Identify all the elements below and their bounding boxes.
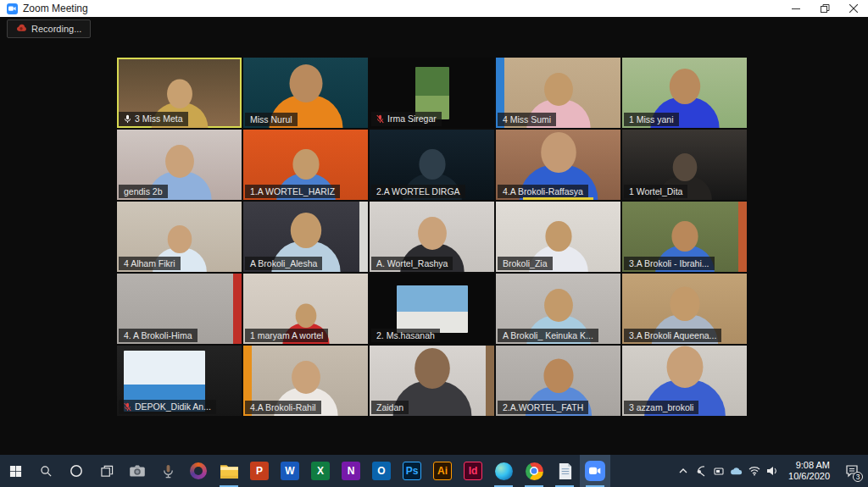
onedrive-cloud-icon[interactable] — [727, 455, 745, 487]
search-button[interactable] — [31, 455, 61, 487]
participant-name-label: 1 Wortel_Dita — [624, 185, 687, 199]
participant-name: 3.A Brokoli - Ibrahi... — [629, 259, 709, 268]
participant-name: 1 maryam A wortel — [250, 331, 323, 340]
participant-name-label: A Brokoli_ Keinuka K... — [498, 329, 598, 343]
task-view-button[interactable] — [92, 455, 122, 487]
tile-accent — [738, 202, 747, 272]
participant-tile[interactable]: 4 Miss Sumi — [496, 58, 620, 128]
action-center-button[interactable]: 3 — [837, 455, 866, 487]
participant-tile[interactable]: 1.A WORTEL_HARIZ — [243, 130, 368, 200]
app-chrome[interactable] — [519, 455, 549, 487]
participant-tile[interactable]: Zaidan — [370, 346, 494, 416]
participant-tile[interactable]: Brokoli_Zia — [496, 202, 620, 272]
participant-tile[interactable]: 4 Alham Fikri — [117, 202, 242, 272]
participant-tile[interactable]: A Brokoli_Alesha — [243, 202, 368, 272]
participant-tile[interactable]: 2. Ms.hasanah — [370, 274, 494, 344]
participant-name: Miss Nurul — [250, 115, 292, 125]
participant-tile[interactable]: 1 Miss yani — [622, 58, 747, 128]
wireless-display-icon[interactable] — [692, 455, 709, 487]
participant-name-label: 2.A.WORTEL_FATH — [498, 401, 588, 415]
app-zoom[interactable] — [580, 455, 610, 487]
app-photoshop[interactable]: Ps — [397, 455, 427, 487]
participant-tile[interactable]: DEPOK_Didik An... — [117, 346, 242, 416]
participant-name: 1.A WORTEL_HARIZ — [250, 187, 335, 196]
app-powerpoint[interactable]: P — [244, 455, 275, 487]
mic-status-icon — [376, 114, 384, 124]
restore-button[interactable] — [810, 0, 839, 17]
volume-icon[interactable] — [763, 455, 781, 487]
participant-tile[interactable]: 2.A WORTEL DIRGA — [370, 130, 494, 200]
participant-tile[interactable]: 4.A Brokoli-Rahil — [243, 346, 368, 416]
participant-tile[interactable]: 1 Wortel_Dita — [622, 130, 747, 200]
notification-badge: 3 — [853, 472, 863, 482]
participant-name-label: 3 azzam_brokoli — [624, 401, 698, 415]
participant-tile[interactable]: 4.A Brokoli-Raffasya — [496, 130, 620, 200]
app-screen-recorder[interactable] — [183, 455, 214, 487]
participant-name-label: Brokoli_Zia — [498, 257, 553, 271]
recording-label: Recording... — [31, 24, 81, 34]
app-excel[interactable]: X — [305, 455, 336, 487]
system-tray: 9:08 AM 10/6/2020 3 — [674, 455, 868, 487]
cortana-button[interactable] — [61, 455, 92, 487]
participant-tile[interactable]: A Brokoli_ Keinuka K... — [496, 274, 620, 344]
recording-indicator[interactable]: Recording... — [7, 19, 91, 38]
participant-name: 4.A Brokoli-Rahil — [250, 403, 316, 412]
app-indesign[interactable]: Id — [458, 455, 488, 487]
participant-name: DEPOK_Didik An... — [135, 402, 211, 412]
participant-tile[interactable]: 3.A Brokoli Aqueena... — [622, 274, 747, 344]
minimize-button[interactable] — [782, 0, 810, 17]
participant-tile[interactable]: 3 Miss Meta — [117, 58, 242, 128]
wifi-icon[interactable] — [745, 455, 763, 487]
participant-name-label: 4.A Brokoli-Raffasya — [498, 185, 588, 199]
hidden-icons-chevron[interactable] — [674, 455, 692, 487]
app-notepad[interactable] — [549, 455, 580, 487]
participant-name: Brokoli_Zia — [503, 259, 548, 268]
participant-name: 2.A WORTEL DIRGA — [376, 187, 460, 196]
participant-name-label: A Brokoli_Alesha — [245, 257, 322, 271]
participant-name: 1 Wortel_Dita — [629, 187, 682, 196]
app-word[interactable]: W — [275, 455, 305, 487]
participant-name: 4. A Brokoli-Hima — [124, 331, 192, 340]
participant-tile[interactable]: Irma Siregar — [370, 58, 494, 128]
participant-tile[interactable]: 3.A Brokoli - Ibrahi... — [622, 202, 747, 272]
participant-name: Zaidan — [376, 403, 403, 412]
app-camera[interactable] — [122, 455, 153, 487]
participant-name: A. Wortel_Rashya — [376, 259, 448, 268]
participant-tile[interactable]: gendis 2b — [117, 130, 242, 200]
participant-name: 4.A Brokoli-Raffasya — [503, 187, 583, 196]
start-button[interactable] — [0, 455, 31, 487]
app-onenote[interactable]: N — [336, 455, 366, 487]
window-title: Zoom Meeting — [23, 3, 88, 14]
participant-name: 1 Miss yani — [629, 115, 674, 125]
app-outlook[interactable]: O — [366, 455, 397, 487]
participant-name-label: 3.A Brokoli - Ibrahi... — [624, 257, 715, 271]
app-edge[interactable] — [488, 455, 519, 487]
participant-name: 3 Miss Meta — [135, 114, 183, 124]
participant-tile[interactable]: Miss Nurul — [243, 58, 368, 128]
participant-tile[interactable]: 3 azzam_brokoli — [622, 346, 747, 416]
participant-tile[interactable]: 2.A.WORTEL_FATH — [496, 346, 620, 416]
tile-accent — [359, 202, 368, 272]
taskbar-clock[interactable]: 9:08 AM 10/6/2020 — [781, 460, 837, 482]
device-icon[interactable] — [709, 455, 727, 487]
participant-name-label: 4.A Brokoli-Rahil — [245, 401, 321, 415]
participant-tile[interactable]: 4. A Brokoli-Hima — [117, 274, 242, 344]
participant-name-label: 2.A WORTEL DIRGA — [371, 185, 465, 199]
participant-name: 2. Ms.hasanah — [376, 331, 435, 340]
participant-name-label: DEPOK_Didik An... — [119, 400, 216, 414]
taskbar-apps-area: PWXNOPsAiId — [122, 455, 610, 487]
app-voice-recorder[interactable] — [153, 455, 183, 487]
close-button[interactable] — [839, 0, 868, 17]
participant-name: 2.A.WORTEL_FATH — [503, 403, 583, 412]
participant-name: 4 Miss Sumi — [503, 115, 551, 125]
participant-name-label: Miss Nurul — [245, 113, 298, 127]
participant-name: Irma Siregar — [387, 114, 437, 124]
app-illustrator[interactable]: Ai — [427, 455, 458, 487]
participant-tile[interactable]: A. Wortel_Rashya — [370, 202, 494, 272]
meeting-area: Recording... 3 Miss Meta Miss Nurul Irma… — [0, 17, 868, 455]
mic-status-icon — [124, 402, 131, 412]
participant-tile[interactable]: 1 maryam A wortel — [243, 274, 368, 344]
app-file-explorer[interactable] — [214, 455, 244, 487]
tile-accent — [486, 346, 494, 416]
title-bar: Zoom Meeting — [0, 0, 868, 17]
